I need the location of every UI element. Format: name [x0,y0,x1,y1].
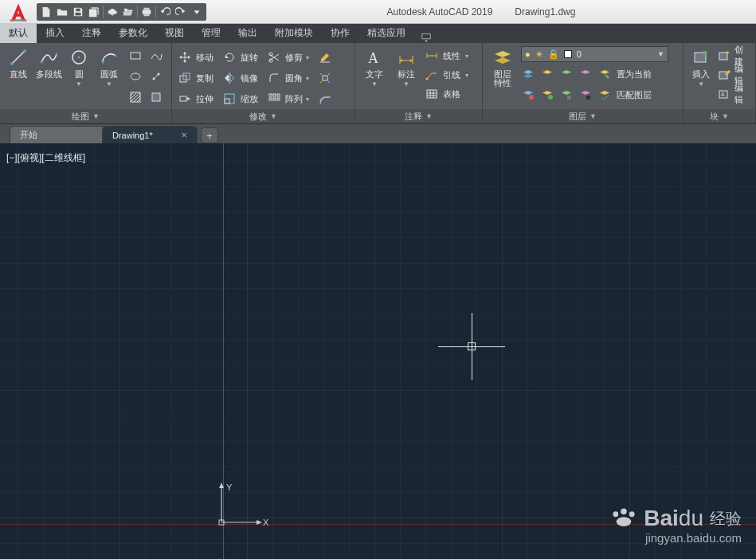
sun-icon: ☀ [535,49,543,60]
layer-mini-1-icon[interactable] [521,67,535,81]
tab-annotate[interactable]: 注释 [73,23,110,43]
tool-erase[interactable] [317,48,333,67]
qat-dropdown-icon[interactable] [189,4,205,20]
tool-insert-block[interactable]: 插入 ▼ [688,46,714,88]
close-tab-icon[interactable]: × [181,129,187,141]
qat-undo-icon[interactable] [157,4,173,20]
qat-saveall-icon[interactable] [86,4,102,20]
tab-featured[interactable]: 精选应用 [358,23,414,43]
file-name: Drawing1.dwg [515,6,575,18]
tool-layer-props[interactable]: 图层 特性 [488,46,518,88]
tool-polyline[interactable]: 多段线 [35,46,62,79]
make-current-icon[interactable] [597,67,612,81]
erase-icon [317,49,333,65]
tab-output[interactable]: 输出 [229,23,266,43]
layer-mini-3-icon[interactable] [559,67,574,81]
hatch-icon[interactable] [126,88,145,107]
svg-line-21 [154,74,159,79]
qat-open-icon[interactable] [54,4,70,20]
tool-text[interactable]: A 文字 ▼ [360,46,389,88]
tool-copy[interactable]: 复制 [177,68,213,88]
svg-rect-0 [10,19,27,21]
tool-fillet[interactable]: 圆角▾ [266,68,309,88]
spline-icon[interactable] [147,46,166,65]
new-tab-button[interactable]: + [201,127,218,143]
layer-props-icon [492,46,514,68]
panel-title-modify[interactable]: 修改▼ [172,109,354,123]
layer-mini-8-icon[interactable] [578,88,593,102]
title-bar: Autodesk AutoCAD 2019 Drawing1.dwg [0,0,756,24]
panel-draw: 直线 多段线 圆 ▼ 圆弧 ▼ [0,43,172,123]
draw-small-tools [126,46,166,107]
tool-dimension[interactable]: 标注 ▼ [392,46,421,88]
drawing-canvas[interactable]: [−][俯视][二维线框] Y X Baidu 经验 jingyan.baidu… [0,143,756,559]
svg-point-51 [529,95,534,100]
rotate-icon [221,49,237,65]
array-icon [266,91,282,107]
tool-move[interactable]: 移动 [177,48,213,67]
qat-redo-icon[interactable] [173,4,189,20]
set-current-label[interactable]: 置为当前 [617,68,652,80]
doctab-drawing1[interactable]: Drawing1*× [102,126,198,143]
layer-mini-7-icon[interactable] [559,88,574,102]
tool-trim[interactable]: 修剪▾ [266,48,309,67]
tab-manage[interactable]: 管理 [193,23,229,43]
tool-linear[interactable]: 线性▾ [424,46,468,65]
svg-point-8 [10,62,14,65]
rectangle-icon[interactable] [126,46,145,65]
tab-insert[interactable]: 插入 [37,23,73,43]
layer-mini-4-icon[interactable] [578,67,593,81]
tool-scale[interactable]: 缩放 [221,89,258,108]
tool-leader[interactable]: 引线▾ [424,65,468,84]
svg-rect-46 [427,90,437,98]
tool-table[interactable]: 表格 [424,84,468,104]
qat-save-icon[interactable] [70,4,86,20]
tab-collab[interactable]: 协作 [322,23,358,43]
ucs-icon[interactable]: Y X [215,476,271,534]
title-text: Autodesk AutoCAD 2019 Drawing1.dwg [206,6,756,18]
tool-mirror[interactable]: 镜像 [221,68,258,88]
insert-block-icon [690,46,712,68]
tab-addins[interactable]: 附加模块 [266,23,322,43]
panel-title-annotate[interactable]: 注释▼ [355,109,482,123]
qat-print-icon[interactable] [139,4,155,20]
tab-parametric[interactable]: 参数化 [110,23,156,43]
tool-stretch[interactable]: 拉伸 [177,89,213,108]
tool-arc[interactable]: 圆弧 ▼ [96,46,123,88]
qat-cloud-icon[interactable] [104,4,120,20]
mirror-icon [221,70,237,86]
tab-overflow-icon[interactable] [419,32,433,43]
svg-rect-2 [76,12,81,15]
tool-offset[interactable] [317,89,333,108]
color-swatch [564,50,572,58]
qat-new-icon[interactable] [38,4,54,20]
tool-rotate[interactable]: 旋转 [221,48,258,67]
doctab-start[interactable]: 开始 [10,126,105,143]
qat-openfolder-icon[interactable] [120,4,136,20]
panel-title-draw[interactable]: 绘图▼ [0,109,171,123]
ellipse-icon[interactable] [126,67,145,86]
match-layer-label[interactable]: 匹配图层 [617,89,652,101]
tab-view[interactable]: 视图 [156,23,193,43]
panel-title-block[interactable]: 块▼ [684,109,755,123]
layer-mini-5-icon[interactable] [521,88,535,102]
match-layer-icon[interactable] [597,88,612,102]
tool-circle[interactable]: 圆 ▼ [65,46,92,88]
tool-edit-attr[interactable]: A编辑 [717,84,750,104]
move-icon [177,49,193,65]
point-icon[interactable] [147,67,166,86]
viewport-label[interactable]: [−][俯视][二维线框] [6,151,85,165]
region-icon[interactable] [147,88,166,107]
layer-mini-6-icon[interactable] [540,88,554,102]
panel-title-layers[interactable]: 图层▼ [483,109,683,123]
scale-icon [221,91,237,107]
tool-line[interactable]: 直线 [5,46,32,79]
text-icon: A [363,46,386,68]
layer-dropdown[interactable]: ● ☀ 🔓 0 ▼ [521,46,668,62]
lock-icon: 🔓 [548,49,559,60]
tool-array[interactable]: 阵列▾ [266,89,309,108]
layer-mini-2-icon[interactable] [540,67,554,81]
tab-default[interactable]: 默认 [0,23,37,43]
tool-explode[interactable] [317,68,333,88]
app-logo[interactable] [3,1,33,23]
